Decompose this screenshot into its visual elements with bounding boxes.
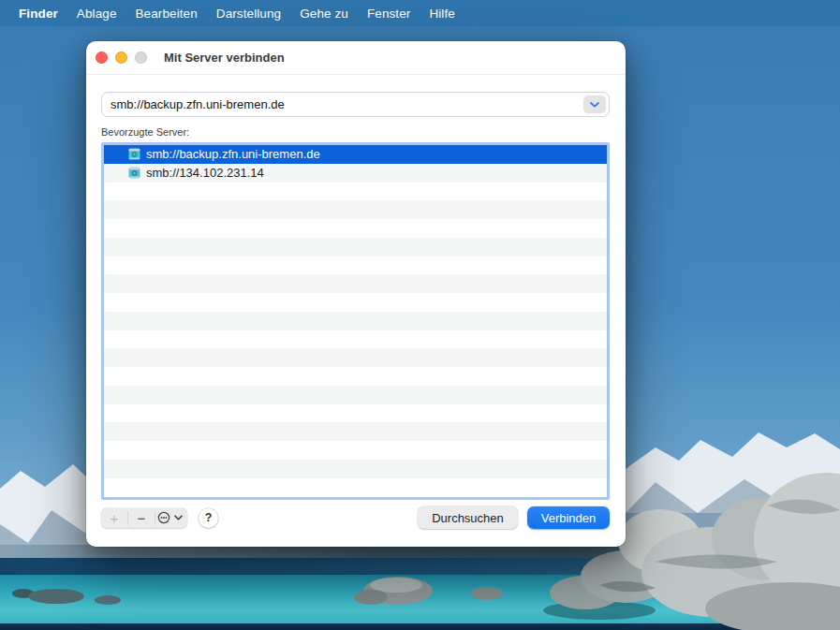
server-url-label: smb://134.102.231.14 (146, 166, 264, 180)
traffic-lights (96, 51, 147, 64)
help-button[interactable]: ? (199, 508, 218, 528)
empty-row (104, 330, 607, 349)
empty-row (104, 441, 607, 460)
network-drive-icon (128, 148, 140, 160)
title-bar: Mit Server verbinden (86, 41, 626, 75)
add-server-button[interactable]: + (101, 508, 127, 528)
address-dropdown-button[interactable] (583, 95, 606, 113)
menu-item-ablage[interactable]: Ablage (67, 7, 126, 21)
remove-server-button[interactable]: − (128, 508, 155, 528)
ellipsis-circle-chevron-icon (156, 511, 186, 524)
footer-bar: + − ? Durchsuchen Verbinden (101, 506, 610, 529)
empty-row (104, 422, 607, 441)
connect-button[interactable]: Verbinden (527, 506, 610, 529)
menu-item-hilfe[interactable]: Hilfe (420, 7, 464, 21)
empty-row (104, 478, 607, 497)
connect-to-server-window: Mit Server verbinden Bevorzugte Server: … (86, 41, 626, 547)
empty-row (104, 293, 607, 312)
empty-row (104, 348, 607, 367)
menu-bar-items: FinderAblageBearbeitenDarstellungGehe zu… (9, 7, 464, 21)
empty-row (104, 200, 607, 219)
chevron-down-icon (590, 102, 599, 108)
empty-row (104, 367, 607, 386)
server-address-input[interactable] (101, 92, 610, 117)
server-list[interactable]: smb://backup.zfn.uni-bremen.de smb://134… (101, 142, 610, 500)
list-edit-control: + − (101, 508, 187, 528)
server-row[interactable]: smb://134.102.231.14 (104, 164, 607, 183)
minimize-button[interactable] (115, 51, 127, 64)
menu-item-gehe-zu[interactable]: Gehe zu (290, 7, 358, 21)
menu-item-bearbeiten[interactable]: Bearbeiten (126, 7, 207, 21)
window-title: Mit Server verbinden (164, 41, 285, 74)
more-options-button[interactable] (155, 508, 187, 528)
empty-row (104, 460, 607, 478)
menu-item-fenster[interactable]: Fenster (358, 7, 420, 21)
server-address-combo (101, 92, 610, 117)
close-button[interactable] (96, 51, 108, 64)
favorite-servers-label: Bevorzugte Server: (101, 126, 610, 138)
menu-item-finder[interactable]: Finder (9, 7, 67, 21)
empty-row (104, 183, 607, 201)
empty-row (104, 404, 607, 423)
empty-row (104, 274, 607, 293)
empty-row (104, 386, 607, 404)
server-row[interactable]: smb://backup.zfn.uni-bremen.de (104, 145, 607, 164)
dialog-content: Bevorzugte Server: smb://backup.zfn.uni-… (86, 92, 626, 500)
server-url-label: smb://backup.zfn.uni-bremen.de (146, 147, 320, 161)
empty-row (104, 312, 607, 330)
menu-item-darstellung[interactable]: Darstellung (207, 7, 290, 21)
network-drive-icon (128, 167, 140, 179)
empty-row (104, 256, 607, 275)
empty-row (104, 238, 607, 256)
menu-bar: FinderAblageBearbeitenDarstellungGehe zu… (0, 0, 840, 26)
zoom-button[interactable] (135, 51, 147, 64)
empty-row (104, 219, 607, 238)
browse-button[interactable]: Durchsuchen (418, 506, 518, 529)
